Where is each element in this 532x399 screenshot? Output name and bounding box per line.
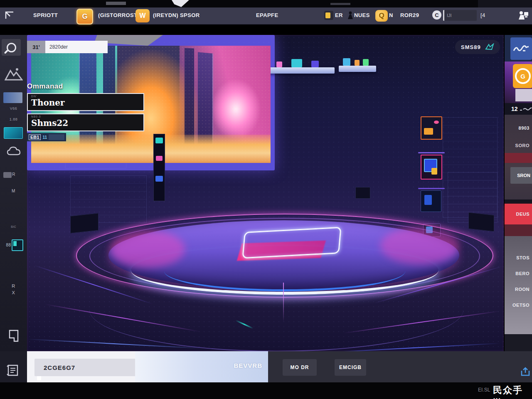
- asset-label: V66: [0, 106, 27, 111]
- command-field-2[interactable]: N80.0 Shms22: [27, 113, 144, 131]
- q-coin-icon[interactable]: Q: [375, 10, 388, 22]
- orange-badge-letter: W: [139, 12, 145, 20]
- mini-card-glyph: [325, 12, 330, 18]
- scribble-icon: [520, 107, 532, 111]
- right-sidebar: G 12 8903 SORO SRON DEUS STOS BERO ROON …: [504, 35, 532, 351]
- rs-list-item-2[interactable]: BERO: [505, 271, 532, 276]
- asset-label: SIC: [0, 225, 27, 228]
- rs-section-list: STOS BERO ROON OETSO: [505, 236, 532, 334]
- command-field-1[interactable]: DN' Thoner: [27, 93, 144, 111]
- selection-handle-tr[interactable]: [501, 35, 504, 38]
- strip-shape: [478, 0, 532, 7]
- gold-shield-icon[interactable]: G: [76, 9, 93, 25]
- frame-chip-label: 2CGE6G7: [44, 364, 75, 371]
- macro-button[interactable]: EMCIGB: [335, 359, 366, 376]
- watermark-text: 民众手游: [493, 384, 532, 399]
- frame-chip[interactable]: 2CGE6G7: [34, 359, 136, 376]
- toolbar-search-input[interactable]: [443, 10, 477, 21]
- nues-label[interactable]: NUES: [354, 12, 370, 18]
- strip-wedge: [172, 0, 189, 7]
- rs-list-item-1[interactable]: STOS: [505, 255, 532, 260]
- selection-handle-br[interactable]: [501, 348, 504, 351]
- asset-label: X: [0, 290, 27, 295]
- scene-viewport[interactable]: 31' SMS89 Ommanad DN' Thoner N80.0 Shms2…: [27, 35, 504, 351]
- status-text: EI.SL: [478, 387, 490, 393]
- rs-maroon-strip: [505, 224, 532, 236]
- thumb-fill: [13, 241, 17, 246]
- left-sidebar: V66 1.88 R M SIC 88 R X: [0, 35, 27, 351]
- zoom-chip-label: 31': [27, 41, 45, 53]
- rs-section-blue: [505, 35, 532, 62]
- mode-button[interactable]: MO DR: [283, 359, 317, 376]
- back-arrow-icon[interactable]: [3, 11, 15, 20]
- mini-card-icon[interactable]: [324, 11, 333, 20]
- asset-label: R: [7, 172, 20, 177]
- command-badge-bar: [49, 134, 64, 140]
- selection-handle-bl[interactable]: [27, 348, 30, 351]
- asset-thumbnail-teal-square[interactable]: [12, 239, 23, 251]
- menu-item-1[interactable]: SPRIOTT: [33, 12, 58, 18]
- ror-label[interactable]: ROR29: [400, 12, 419, 18]
- command-field-1-value: Thoner: [31, 98, 140, 108]
- sms-badge-text: SMS89: [461, 44, 481, 50]
- rs-list-item-3[interactable]: ROON: [505, 287, 532, 292]
- asset-label: R: [0, 283, 27, 288]
- floor-arc-line: [89, 268, 463, 351]
- zoom-value-input[interactable]: [45, 41, 108, 53]
- search-tool-icon[interactable]: [2, 39, 21, 56]
- orange-badge-icon[interactable]: W: [135, 9, 150, 22]
- rs-section-purple: G: [505, 62, 532, 103]
- top-strip: [0, 0, 532, 7]
- scene-status-badge[interactable]: SMS89: [455, 40, 500, 54]
- command-badge[interactable]: EB1 11: [27, 133, 66, 141]
- rs-counter: 12: [505, 106, 518, 112]
- rs-danger-button[interactable]: DEUS: [505, 204, 532, 224]
- bracket-counter[interactable]: [4: [480, 12, 485, 18]
- selection-handle-tl[interactable]: [27, 35, 30, 38]
- mini-screen-column-left: [153, 134, 165, 201]
- command-field-2-label: N80.0: [31, 115, 140, 118]
- rs-list-item-4[interactable]: OETSO: [505, 303, 532, 308]
- speaker-box-right: [468, 212, 494, 232]
- macro-button-label: EMCIGB: [339, 365, 362, 370]
- floor-line-vertical: [283, 283, 284, 322]
- rs-item-2[interactable]: SORO: [505, 143, 532, 148]
- bottom-black-strip: EI.SL 民众手游: [0, 382, 532, 399]
- command-badge-number: 11: [42, 135, 47, 140]
- strip-shape: [106, 2, 126, 5]
- panel-tool-icon[interactable]: [0, 329, 27, 342]
- app-window: SPRIOTT G (GISTORROST W (IREYDN) SPSOR E…: [0, 0, 532, 399]
- notes-icon[interactable]: [7, 364, 19, 377]
- export-icon[interactable]: [520, 367, 530, 377]
- menu-item-2[interactable]: (GISTORROST: [98, 12, 137, 18]
- rs-button-sron[interactable]: SRON: [510, 167, 532, 184]
- asset-thumbnail-teal[interactable]: [4, 127, 23, 139]
- command-panel-title: Ommanad: [27, 82, 144, 91]
- command-badge-code: EB1: [29, 134, 41, 140]
- chip-tail: [37, 376, 41, 380]
- workstation-icon[interactable]: [518, 10, 529, 20]
- rs-item-1[interactable]: 8903: [505, 126, 532, 131]
- menu-item-4[interactable]: EPAPFE: [256, 12, 278, 18]
- asset-label: 1.88: [0, 117, 27, 121]
- rs-button-sron-label: SRON: [517, 173, 530, 178]
- cloud-tool-icon[interactable]: [0, 145, 27, 157]
- person-icon[interactable]: [347, 11, 353, 20]
- menu-item-3[interactable]: (IREYDN) SPSOR: [153, 12, 200, 18]
- g-logo-tile[interactable]: G: [513, 64, 532, 88]
- rs-section-tools: 8903 SORO SRON: [505, 115, 532, 200]
- mode-button-label: MO DR: [291, 365, 309, 370]
- command-field-1-label: DN': [31, 95, 140, 98]
- wing-icon: [485, 43, 494, 51]
- rs-counter-row: 12: [505, 103, 532, 115]
- asset-thumbnail-blue[interactable]: [3, 92, 22, 103]
- speaker-box-left: [70, 213, 99, 233]
- bottombar-left: [0, 351, 27, 382]
- circle-c-icon[interactable]: C: [432, 10, 441, 20]
- rs-danger-label: DEUS: [516, 212, 532, 217]
- signature-tile[interactable]: [510, 37, 532, 60]
- image-tool-icon[interactable]: [0, 66, 27, 81]
- bottombar-white-panel: 2CGE6G7: [27, 351, 135, 382]
- q-coin-letter: Q: [379, 12, 384, 20]
- er-label: ER: [335, 12, 343, 18]
